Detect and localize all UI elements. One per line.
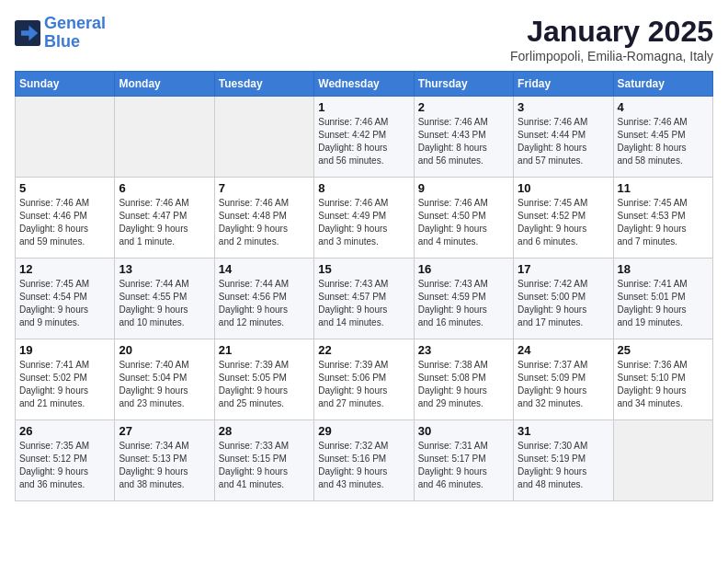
day-number: 30 — [418, 424, 509, 438]
day-detail: Sunrise: 7:41 AM Sunset: 5:02 PM Dayligh… — [19, 359, 110, 410]
day-number: 4 — [618, 100, 709, 114]
day-detail: Sunrise: 7:46 AM Sunset: 4:50 PM Dayligh… — [418, 197, 509, 248]
day-detail: Sunrise: 7:45 AM Sunset: 4:53 PM Dayligh… — [618, 197, 709, 248]
day-detail: Sunrise: 7:33 AM Sunset: 5:15 PM Dayligh… — [219, 440, 310, 491]
calendar-cell — [613, 420, 712, 501]
day-number: 19 — [19, 343, 110, 357]
day-number: 2 — [418, 100, 509, 114]
day-number: 27 — [119, 424, 210, 438]
day-number: 8 — [318, 181, 409, 195]
day-number: 18 — [618, 262, 709, 276]
day-detail: Sunrise: 7:46 AM Sunset: 4:47 PM Dayligh… — [119, 197, 210, 248]
day-detail: Sunrise: 7:46 AM Sunset: 4:48 PM Dayligh… — [219, 197, 310, 248]
day-detail: Sunrise: 7:37 AM Sunset: 5:09 PM Dayligh… — [518, 359, 609, 410]
calendar-cell: 6Sunrise: 7:46 AM Sunset: 4:47 PM Daylig… — [115, 178, 214, 259]
col-header-monday: Monday — [115, 72, 214, 97]
col-header-saturday: Saturday — [613, 72, 712, 97]
day-detail: Sunrise: 7:31 AM Sunset: 5:17 PM Dayligh… — [418, 440, 509, 491]
day-number: 23 — [418, 343, 509, 357]
calendar-cell: 27Sunrise: 7:34 AM Sunset: 5:13 PM Dayli… — [115, 420, 214, 501]
calendar-cell: 3Sunrise: 7:46 AM Sunset: 4:44 PM Daylig… — [514, 97, 613, 178]
calendar-cell: 13Sunrise: 7:44 AM Sunset: 4:55 PM Dayli… — [115, 259, 214, 339]
day-detail: Sunrise: 7:46 AM Sunset: 4:42 PM Dayligh… — [318, 116, 409, 167]
day-number: 28 — [219, 424, 310, 438]
calendar-cell: 19Sunrise: 7:41 AM Sunset: 5:02 PM Dayli… — [16, 339, 115, 420]
calendar-cell: 14Sunrise: 7:44 AM Sunset: 4:56 PM Dayli… — [214, 259, 313, 339]
page-header: General Blue January 2025 Forlimpopoli, … — [15, 15, 713, 63]
day-detail: Sunrise: 7:36 AM Sunset: 5:10 PM Dayligh… — [618, 359, 709, 410]
calendar-cell — [214, 97, 313, 178]
day-number: 10 — [518, 181, 609, 195]
day-detail: Sunrise: 7:46 AM Sunset: 4:45 PM Dayligh… — [618, 116, 709, 167]
day-number: 9 — [418, 181, 509, 195]
day-detail: Sunrise: 7:44 AM Sunset: 4:56 PM Dayligh… — [219, 278, 310, 329]
day-detail: Sunrise: 7:42 AM Sunset: 5:00 PM Dayligh… — [518, 278, 609, 329]
month-title: January 2025 — [510, 15, 713, 49]
day-number: 29 — [318, 424, 409, 438]
day-detail: Sunrise: 7:40 AM Sunset: 5:04 PM Dayligh… — [119, 359, 210, 410]
calendar-cell: 1Sunrise: 7:46 AM Sunset: 4:42 PM Daylig… — [314, 97, 414, 178]
day-detail: Sunrise: 7:32 AM Sunset: 5:16 PM Dayligh… — [318, 440, 409, 491]
day-number: 3 — [518, 100, 609, 114]
calendar-cell: 26Sunrise: 7:35 AM Sunset: 5:12 PM Dayli… — [16, 420, 115, 501]
day-detail: Sunrise: 7:44 AM Sunset: 4:55 PM Dayligh… — [119, 278, 210, 329]
calendar-cell: 23Sunrise: 7:38 AM Sunset: 5:08 PM Dayli… — [414, 339, 513, 420]
day-detail: Sunrise: 7:46 AM Sunset: 4:49 PM Dayligh… — [318, 197, 409, 248]
day-number: 21 — [219, 343, 310, 357]
day-number: 5 — [19, 181, 110, 195]
day-number: 6 — [119, 181, 210, 195]
day-number: 13 — [119, 262, 210, 276]
day-number: 25 — [618, 343, 709, 357]
logo-icon — [15, 20, 40, 46]
logo: General Blue — [15, 15, 106, 52]
col-header-tuesday: Tuesday — [214, 72, 313, 97]
day-detail: Sunrise: 7:45 AM Sunset: 4:54 PM Dayligh… — [19, 278, 110, 329]
calendar-cell: 20Sunrise: 7:40 AM Sunset: 5:04 PM Dayli… — [115, 339, 214, 420]
day-number: 11 — [618, 181, 709, 195]
calendar-cell: 5Sunrise: 7:46 AM Sunset: 4:46 PM Daylig… — [16, 178, 115, 259]
calendar-cell — [16, 97, 115, 178]
day-detail: Sunrise: 7:34 AM Sunset: 5:13 PM Dayligh… — [119, 440, 210, 491]
col-header-wednesday: Wednesday — [314, 72, 414, 97]
day-detail: Sunrise: 7:46 AM Sunset: 4:43 PM Dayligh… — [418, 116, 509, 167]
calendar-cell: 8Sunrise: 7:46 AM Sunset: 4:49 PM Daylig… — [314, 178, 414, 259]
day-number: 24 — [518, 343, 609, 357]
day-detail: Sunrise: 7:30 AM Sunset: 5:19 PM Dayligh… — [518, 440, 609, 491]
day-number: 12 — [19, 262, 110, 276]
calendar-cell: 2Sunrise: 7:46 AM Sunset: 4:43 PM Daylig… — [414, 97, 513, 178]
day-number: 31 — [518, 424, 609, 438]
day-number: 7 — [219, 181, 310, 195]
day-number: 14 — [219, 262, 310, 276]
logo-text: General Blue — [44, 15, 106, 52]
calendar-cell: 18Sunrise: 7:41 AM Sunset: 5:01 PM Dayli… — [613, 259, 712, 339]
day-detail: Sunrise: 7:35 AM Sunset: 5:12 PM Dayligh… — [19, 440, 110, 491]
day-number: 20 — [119, 343, 210, 357]
day-detail: Sunrise: 7:45 AM Sunset: 4:52 PM Dayligh… — [518, 197, 609, 248]
day-number: 17 — [518, 262, 609, 276]
calendar-table: SundayMondayTuesdayWednesdayThursdayFrid… — [15, 71, 713, 501]
day-detail: Sunrise: 7:46 AM Sunset: 4:46 PM Dayligh… — [19, 197, 110, 248]
day-detail: Sunrise: 7:46 AM Sunset: 4:44 PM Dayligh… — [518, 116, 609, 167]
day-detail: Sunrise: 7:38 AM Sunset: 5:08 PM Dayligh… — [418, 359, 509, 410]
calendar-cell: 25Sunrise: 7:36 AM Sunset: 5:10 PM Dayli… — [613, 339, 712, 420]
calendar-cell: 4Sunrise: 7:46 AM Sunset: 4:45 PM Daylig… — [613, 97, 712, 178]
day-number: 1 — [318, 100, 409, 114]
col-header-thursday: Thursday — [414, 72, 513, 97]
calendar-cell: 17Sunrise: 7:42 AM Sunset: 5:00 PM Dayli… — [514, 259, 613, 339]
calendar-cell: 10Sunrise: 7:45 AM Sunset: 4:52 PM Dayli… — [514, 178, 613, 259]
calendar-cell: 11Sunrise: 7:45 AM Sunset: 4:53 PM Dayli… — [613, 178, 712, 259]
day-detail: Sunrise: 7:39 AM Sunset: 5:05 PM Dayligh… — [219, 359, 310, 410]
calendar-cell: 31Sunrise: 7:30 AM Sunset: 5:19 PM Dayli… — [514, 420, 613, 501]
day-number: 26 — [19, 424, 110, 438]
calendar-cell: 15Sunrise: 7:43 AM Sunset: 4:57 PM Dayli… — [314, 259, 414, 339]
col-header-friday: Friday — [514, 72, 613, 97]
calendar-cell: 21Sunrise: 7:39 AM Sunset: 5:05 PM Dayli… — [214, 339, 313, 420]
calendar-cell: 9Sunrise: 7:46 AM Sunset: 4:50 PM Daylig… — [414, 178, 513, 259]
day-number: 22 — [318, 343, 409, 357]
calendar-cell: 7Sunrise: 7:46 AM Sunset: 4:48 PM Daylig… — [214, 178, 313, 259]
calendar-cell — [115, 97, 214, 178]
calendar-cell: 29Sunrise: 7:32 AM Sunset: 5:16 PM Dayli… — [314, 420, 414, 501]
calendar-cell: 12Sunrise: 7:45 AM Sunset: 4:54 PM Dayli… — [16, 259, 115, 339]
calendar-cell: 28Sunrise: 7:33 AM Sunset: 5:15 PM Dayli… — [214, 420, 313, 501]
day-detail: Sunrise: 7:43 AM Sunset: 4:59 PM Dayligh… — [418, 278, 509, 329]
